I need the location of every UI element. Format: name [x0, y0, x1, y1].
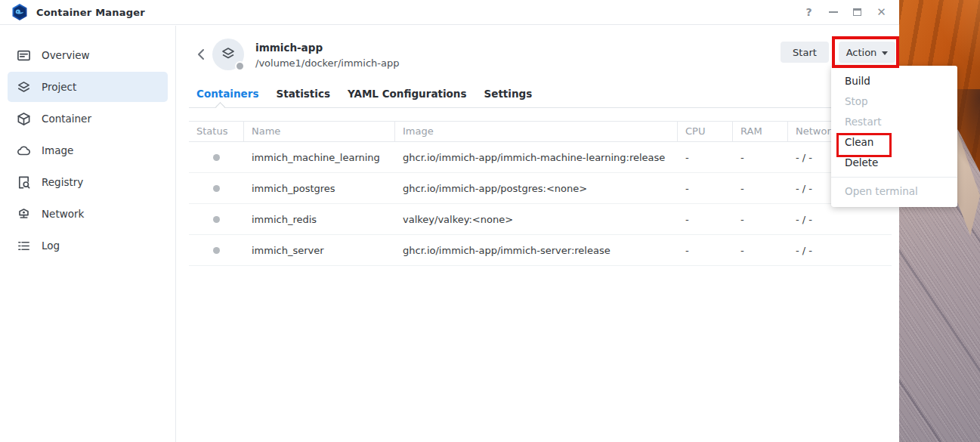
column-header-cpu[interactable]: CPU — [678, 122, 733, 141]
chevron-left-icon — [196, 48, 206, 60]
network-icon — [17, 207, 31, 221]
help-button[interactable]: ? — [802, 5, 816, 20]
tab-bar-divider — [189, 107, 892, 108]
status-dot — [213, 185, 220, 192]
menu-item-stop: Stop — [831, 91, 957, 112]
container-image-cell: ghcr.io/immich-app/postgres:<none> — [395, 173, 678, 203]
table-row[interactable]: immich_postgres ghcr.io/immich-app/postg… — [189, 173, 892, 204]
menu-separator — [831, 177, 957, 178]
column-header-name[interactable]: Name — [244, 122, 395, 141]
container-cpu-cell: - — [678, 235, 733, 265]
table-header: Status Name Image CPU RAM Network — [189, 121, 892, 142]
container-ram-cell: - — [733, 142, 788, 172]
maximize-icon — [853, 8, 861, 16]
status-dot — [213, 154, 220, 161]
container-cpu-cell: - — [678, 142, 733, 172]
window-controls: ? ✕ — [802, 5, 889, 20]
container-manager-app-icon — [11, 3, 29, 21]
column-header-ram[interactable]: RAM — [733, 122, 788, 141]
table-row[interactable]: immich_server ghcr.io/immich-app/immich-… — [189, 235, 892, 266]
container-ram-cell: - — [733, 173, 788, 203]
annotation-highlight-clean — [836, 133, 892, 157]
image-icon — [17, 144, 31, 158]
tab-containers[interactable]: Containers — [196, 88, 258, 104]
title-bar: Container Manager ? ✕ — [0, 0, 899, 25]
table-row[interactable]: immich_redis valkey/valkey:<none> - - - … — [189, 204, 892, 235]
project-status-badge — [235, 61, 245, 71]
sidebar-item-network[interactable]: Network — [8, 199, 168, 229]
app-title: Container Manager — [36, 7, 145, 18]
menu-item-build[interactable]: Build — [831, 71, 957, 91]
container-name-cell: immich_server — [244, 235, 395, 265]
project-layers-icon — [219, 45, 237, 63]
tab-settings[interactable]: Settings — [484, 88, 533, 104]
minimize-button[interactable] — [826, 5, 840, 20]
table-row[interactable]: immich_machine_learning ghcr.io/immich-a… — [189, 142, 892, 173]
log-icon — [17, 239, 31, 253]
container-image-cell: ghcr.io/immich-app/immich-machine-learni… — [395, 142, 678, 172]
start-button[interactable]: Start — [781, 42, 829, 63]
project-name: immich-app — [255, 42, 323, 54]
sidebar-item-registry[interactable]: Registry — [8, 167, 168, 197]
close-icon: ✕ — [876, 7, 886, 18]
project-path: /volume1/docker/immich-app — [255, 57, 399, 69]
sidebar-item-project[interactable]: Project — [8, 72, 168, 102]
container-name-cell: immich_machine_learning — [244, 142, 395, 172]
status-dot — [213, 216, 220, 223]
container-name-cell: immich_redis — [244, 204, 395, 234]
minimize-icon — [829, 11, 838, 13]
menu-item-open-terminal: Open terminal — [831, 181, 957, 202]
table-body: immich_machine_learning ghcr.io/immich-a… — [189, 142, 892, 266]
tab-yaml-configurations[interactable]: YAML Configurations — [348, 88, 467, 104]
container-cpu-cell: - — [678, 173, 733, 203]
tab-statistics[interactable]: Statistics — [276, 88, 330, 104]
container-icon — [17, 112, 31, 126]
sidebar: Overview Project Container Image Registr… — [0, 26, 176, 442]
column-header-image[interactable]: Image — [395, 122, 678, 141]
column-header-status[interactable]: Status — [189, 122, 244, 141]
close-button[interactable]: ✕ — [874, 5, 889, 20]
registry-icon — [17, 175, 31, 190]
maximize-button[interactable] — [850, 5, 864, 20]
container-ram-cell: - — [733, 204, 788, 234]
container-image-cell: ghcr.io/immich-app/immich-server:release — [395, 235, 678, 265]
sidebar-item-container[interactable]: Container — [8, 104, 168, 134]
sidebar-item-image[interactable]: Image — [8, 135, 168, 165]
sidebar-item-log[interactable]: Log — [8, 230, 168, 261]
sidebar-item-overview[interactable]: Overview — [8, 40, 168, 70]
container-network-cell: - / - — [788, 235, 892, 265]
status-dot — [213, 247, 220, 254]
container-cpu-cell: - — [678, 204, 733, 234]
back-button[interactable] — [193, 45, 209, 64]
container-image-cell: valkey/valkey:<none> — [395, 204, 678, 234]
app-window: Container Manager ? ✕ Overview Project C… — [0, 0, 899, 442]
tab-bar: ContainersStatisticsYAML ConfigurationsS… — [196, 88, 532, 104]
container-ram-cell: - — [733, 235, 788, 265]
annotation-highlight-action — [832, 36, 899, 68]
menu-item-restart: Restart — [831, 112, 957, 132]
overview-icon — [17, 48, 31, 63]
container-name-cell: immich_postgres — [244, 173, 395, 203]
screen: Container Manager ? ✕ Overview Project C… — [0, 0, 980, 442]
project-icon — [17, 80, 31, 94]
container-network-cell: - / - — [788, 204, 892, 234]
